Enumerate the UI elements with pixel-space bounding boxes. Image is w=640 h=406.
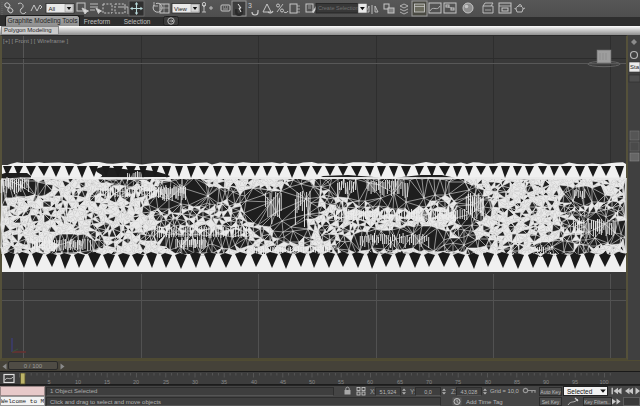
svg-text:95: 95: [572, 379, 578, 385]
svg-text:90: 90: [543, 379, 549, 385]
svg-text:80: 80: [485, 379, 491, 385]
svg-text:30: 30: [192, 379, 198, 385]
svg-text:85: 85: [514, 379, 520, 385]
svg-text:15: 15: [104, 379, 110, 385]
svg-text:100: 100: [599, 379, 608, 385]
svg-text:60: 60: [367, 379, 373, 385]
svg-text:65: 65: [397, 379, 403, 385]
svg-text:50: 50: [309, 379, 315, 385]
svg-text:70: 70: [426, 379, 432, 385]
svg-text:35: 35: [221, 379, 227, 385]
svg-text:75: 75: [455, 379, 461, 385]
svg-text:45: 45: [280, 379, 286, 385]
svg-text:Sta: Sta: [630, 64, 640, 70]
svg-text:5: 5: [47, 379, 50, 385]
svg-text:20: 20: [133, 379, 139, 385]
svg-text:10: 10: [75, 379, 81, 385]
svg-text:25: 25: [163, 379, 169, 385]
svg-text:55: 55: [338, 379, 344, 385]
svg-text:40: 40: [251, 379, 257, 385]
